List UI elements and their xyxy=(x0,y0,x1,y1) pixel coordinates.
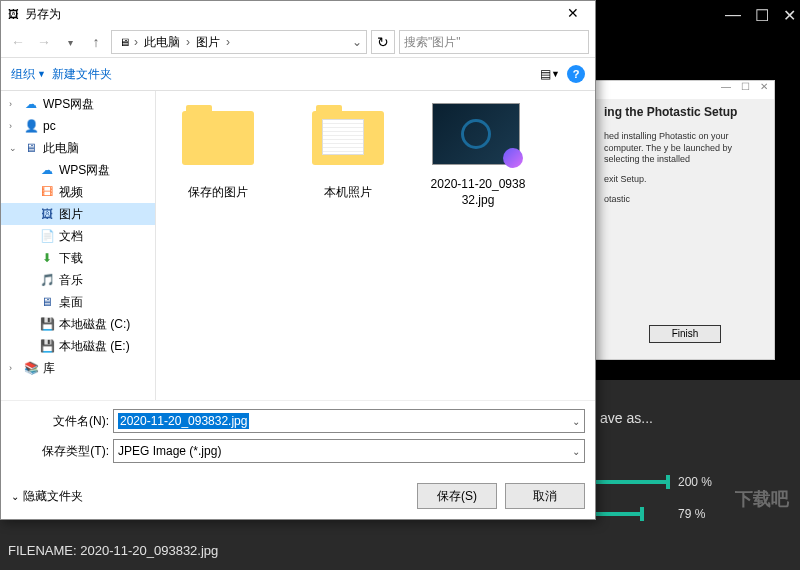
setup-wizard-window: — ☐ ✕ ing the Photastic Setup hed instal… xyxy=(595,80,775,360)
library-icon: 📚 xyxy=(23,360,39,376)
setup-text: otastic xyxy=(604,194,766,206)
tree-label: 库 xyxy=(43,360,55,377)
filetype-label: 保存类型(T): xyxy=(11,443,113,460)
recent-dropdown[interactable]: ▾ xyxy=(59,31,81,53)
view-options-button[interactable]: ▤ ▼ xyxy=(539,63,561,85)
drive-icon: 💾 xyxy=(39,316,55,332)
file-list[interactable]: 保存的图片本机照片2020-11-20_093832.jpg xyxy=(156,91,595,400)
tree-item-音乐[interactable]: 🎵音乐 xyxy=(1,269,155,291)
close-button[interactable]: ✕ xyxy=(783,6,796,25)
filetype-select[interactable]: JPEG Image (*.jpg) ⌄ xyxy=(113,439,585,463)
file-item[interactable]: 保存的图片 xyxy=(168,103,268,201)
breadcrumb-pictures[interactable]: 图片 xyxy=(192,34,224,51)
zoom-value: 200 % xyxy=(678,475,712,489)
tree-label: 本地磁盘 (E:) xyxy=(59,338,130,355)
expand-icon[interactable]: ⌄ xyxy=(9,143,19,153)
maximize-button[interactable]: ☐ xyxy=(755,6,769,25)
desktop-icon: 🖥 xyxy=(39,294,55,310)
tree-label: 视频 xyxy=(59,184,83,201)
tree-item-此电脑[interactable]: ⌄🖥此电脑 xyxy=(1,137,155,159)
setup-close-icon[interactable]: ✕ xyxy=(760,81,768,99)
folder-icon xyxy=(312,111,384,165)
help-button[interactable]: ? xyxy=(567,65,585,83)
file-label: 2020-11-20_093832.jpg xyxy=(428,177,528,208)
bottom-panel: 文件名(N): 2020-11-20_093832.jpg ⌄ 保存类型(T):… xyxy=(1,400,595,519)
quality-slider[interactable] xyxy=(596,512,642,516)
filetype-value: JPEG Image (*.jpg) xyxy=(118,444,221,458)
setup-maximize-icon[interactable]: ☐ xyxy=(741,81,750,99)
tree-item-WPS网盘[interactable]: ☁WPS网盘 xyxy=(1,159,155,181)
expand-icon[interactable]: › xyxy=(9,363,19,373)
expand-icon[interactable]: › xyxy=(9,99,19,109)
organize-menu[interactable]: 组织 ▼ xyxy=(11,66,46,83)
doc-icon: 📄 xyxy=(39,228,55,244)
tree-label: 此电脑 xyxy=(43,140,79,157)
film-icon: 🎞 xyxy=(39,184,55,200)
tree-label: 音乐 xyxy=(59,272,83,289)
minimize-button[interactable]: — xyxy=(725,6,741,25)
tree-item-视频[interactable]: 🎞视频 xyxy=(1,181,155,203)
filename-label: 文件名(N): xyxy=(11,413,113,430)
tree-label: 桌面 xyxy=(59,294,83,311)
tree-item-桌面[interactable]: 🖥桌面 xyxy=(1,291,155,313)
dialog-titlebar: 🖼 另存为 ✕ xyxy=(1,1,595,27)
tree-item-文档[interactable]: 📄文档 xyxy=(1,225,155,247)
breadcrumb-pc[interactable]: 此电脑 xyxy=(140,34,184,51)
tree-item-下载[interactable]: ⬇下载 xyxy=(1,247,155,269)
quality-value: 79 % xyxy=(678,507,705,521)
chevron-right-icon: › xyxy=(226,35,230,49)
back-button[interactable]: ← xyxy=(7,31,29,53)
toolbar: 组织 ▼ 新建文件夹 ▤ ▼ ? xyxy=(1,57,595,91)
person-icon: 👤 xyxy=(23,118,39,134)
file-item[interactable]: 2020-11-20_093832.jpg xyxy=(428,103,528,208)
drive-icon: 💾 xyxy=(39,338,55,354)
dialog-title: 另存为 xyxy=(21,6,555,23)
refresh-button[interactable]: ↻ xyxy=(371,30,395,54)
new-folder-button[interactable]: 新建文件夹 xyxy=(52,66,112,83)
dialog-close-button[interactable]: ✕ xyxy=(555,2,591,26)
chevron-down-icon[interactable]: ⌄ xyxy=(352,35,362,49)
tree-label: pc xyxy=(43,119,56,133)
image-thumbnail xyxy=(432,103,520,165)
expand-icon[interactable]: › xyxy=(9,121,19,131)
navigation-row: ← → ▾ ↑ 🖥 › 此电脑 › 图片 › ⌄ ↻ 搜索"图片" xyxy=(1,27,595,57)
tree-item-本地磁盘 (C:)[interactable]: 💾本地磁盘 (C:) xyxy=(1,313,155,335)
breadcrumb[interactable]: 🖥 › 此电脑 › 图片 › ⌄ xyxy=(111,30,367,54)
filename-input[interactable]: 2020-11-20_093832.jpg ⌄ xyxy=(113,409,585,433)
up-button[interactable]: ↑ xyxy=(85,31,107,53)
setup-text: exit Setup. xyxy=(604,174,766,186)
chevron-right-icon: › xyxy=(134,35,138,49)
folder-tree[interactable]: ›☁WPS网盘›👤pc⌄🖥此电脑☁WPS网盘🎞视频🖼图片📄文档⬇下载🎵音乐🖥桌面… xyxy=(1,91,156,400)
cloud-icon: ☁ xyxy=(23,96,39,112)
save-as-label-fragment: ave as... xyxy=(600,410,653,426)
tree-item-pc[interactable]: ›👤pc xyxy=(1,115,155,137)
cancel-button[interactable]: 取消 xyxy=(505,483,585,509)
file-label: 本机照片 xyxy=(298,185,398,201)
tree-item-图片[interactable]: 🖼图片 xyxy=(1,203,155,225)
search-input[interactable]: 搜索"图片" xyxy=(399,30,589,54)
hide-folders-toggle[interactable]: ⌄ 隐藏文件夹 xyxy=(11,488,83,505)
app-icon: 🖼 xyxy=(5,6,21,22)
zoom-slider[interactable] xyxy=(596,480,668,484)
photo-badge-icon xyxy=(503,148,523,168)
setup-titlebar: — ☐ ✕ xyxy=(596,81,774,99)
tree-item-WPS网盘[interactable]: ›☁WPS网盘 xyxy=(1,93,155,115)
file-item[interactable]: 本机照片 xyxy=(298,103,398,201)
save-button[interactable]: 保存(S) xyxy=(417,483,497,509)
chevron-down-icon: ⌄ xyxy=(11,491,19,502)
filename-status: FILENAME: 2020-11-20_093832.jpg xyxy=(8,543,218,558)
save-as-dialog: 🖼 另存为 ✕ ← → ▾ ↑ 🖥 › 此电脑 › 图片 › ⌄ ↻ 搜索"图片… xyxy=(0,0,596,520)
setup-minimize-icon[interactable]: — xyxy=(721,81,731,99)
forward-button[interactable]: → xyxy=(33,31,55,53)
chevron-down-icon[interactable]: ⌄ xyxy=(572,446,580,457)
filename-value: 2020-11-20_093832.jpg xyxy=(118,413,249,429)
chevron-down-icon[interactable]: ⌄ xyxy=(572,416,580,427)
chevron-right-icon: › xyxy=(186,35,190,49)
monitor-icon: 🖥 xyxy=(23,140,39,156)
tree-item-库[interactable]: ›📚库 xyxy=(1,357,155,379)
finish-button[interactable]: Finish xyxy=(649,325,721,343)
tree-item-本地磁盘 (E:)[interactable]: 💾本地磁盘 (E:) xyxy=(1,335,155,357)
picture-icon: 🖼 xyxy=(39,206,55,222)
tree-label: WPS网盘 xyxy=(43,96,94,113)
watermark: 下载吧 xyxy=(732,490,792,530)
